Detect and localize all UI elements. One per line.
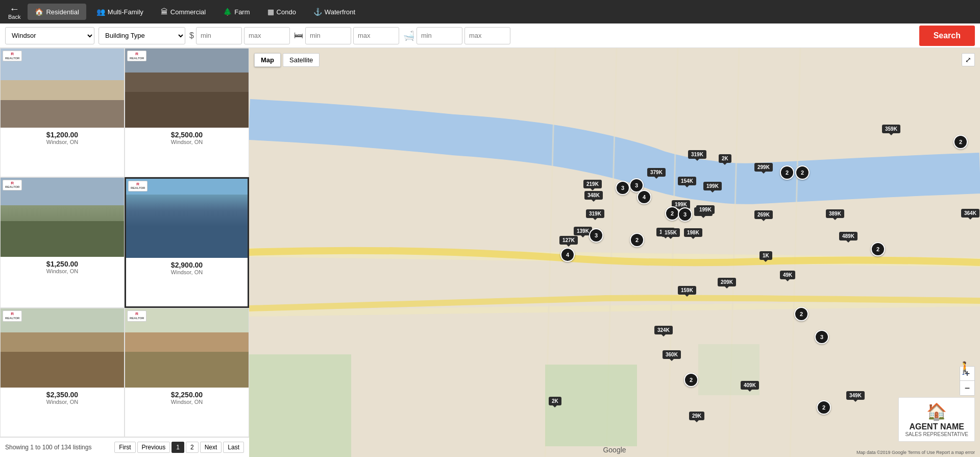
map-price-marker[interactable]: 199K xyxy=(703,182,722,190)
listing-card[interactable]: RREALTOR $2,500.00 Windsor, ON xyxy=(125,48,249,177)
tab-waterfront-label: Waterfront xyxy=(325,8,355,16)
map-price-marker[interactable]: 359K xyxy=(882,125,900,133)
next-page-button[interactable]: Next xyxy=(200,442,222,453)
listing-card[interactable]: RREALTOR $1,250.00 Windsor, ON xyxy=(0,177,125,308)
map-price-marker[interactable]: 2K xyxy=(719,154,731,163)
price-label: 1K xyxy=(760,251,772,260)
bed-min-input[interactable] xyxy=(305,27,351,44)
svg-rect-8 xyxy=(249,354,351,457)
price-filter-group: $ xyxy=(189,27,290,44)
map-price-marker[interactable]: 219K xyxy=(583,180,602,188)
map-price-marker[interactable]: 489K xyxy=(839,232,857,240)
tab-multifamily[interactable]: 👥 Multi-Family xyxy=(89,4,151,20)
map-price-marker[interactable]: 379K xyxy=(647,168,666,177)
map-price-marker[interactable]: 319K xyxy=(688,150,706,159)
map-cluster-marker[interactable]: 2 xyxy=(684,373,698,387)
cluster-count: 3 xyxy=(815,330,829,344)
map-price-marker[interactable]: 199K xyxy=(696,205,715,214)
map-cluster-marker[interactable]: 2 xyxy=(794,307,808,321)
cluster-count: 2 xyxy=(794,307,808,321)
city-select[interactable]: Windsor Toronto Ottawa xyxy=(5,27,94,44)
map-price-marker[interactable]: 155K xyxy=(662,228,680,237)
map-cluster-marker[interactable]: 4 xyxy=(560,248,575,262)
listing-image: RREALTOR xyxy=(1,49,124,128)
cluster-count: 2 xyxy=(953,135,968,149)
bed-max-input[interactable] xyxy=(353,27,399,44)
back-button[interactable]: ← Back xyxy=(4,2,24,22)
map-price-marker[interactable]: 154K xyxy=(678,177,696,185)
map-cluster-marker[interactable]: 3 xyxy=(815,330,829,344)
map-cluster-marker[interactable]: 4 xyxy=(637,190,651,204)
price-max-input[interactable] xyxy=(244,27,290,44)
map-cluster-marker[interactable]: 3 xyxy=(678,207,692,222)
map-price-marker[interactable]: 324K xyxy=(654,326,673,334)
price-min-input[interactable] xyxy=(196,27,242,44)
map-price-marker[interactable]: 127K xyxy=(559,236,578,245)
map-price-marker[interactable]: 348K xyxy=(584,191,603,200)
building-type-select[interactable]: Building Type House Townhouse Apartment … xyxy=(99,27,185,44)
map-price-marker[interactable]: 269K xyxy=(754,210,773,219)
tab-residential[interactable]: 🏠 Residential xyxy=(28,4,86,20)
first-page-button[interactable]: First xyxy=(114,442,135,453)
listing-card[interactable]: RREALTOR $2,900.00 Windsor, ON xyxy=(125,177,249,308)
price-label: 489K xyxy=(839,232,857,240)
page-1-button[interactable]: 1 xyxy=(172,442,184,453)
map-cluster-marker[interactable]: 2 xyxy=(817,400,831,415)
map-price-marker[interactable]: 409K xyxy=(741,381,759,390)
zoom-out-button[interactable]: − xyxy=(960,381,974,395)
listing-info: $1,200.00 Windsor, ON xyxy=(1,128,124,149)
price-label: 269K xyxy=(754,210,773,219)
map-price-marker[interactable]: 2K xyxy=(549,397,561,405)
google-watermark: Google xyxy=(603,446,626,454)
anchor-icon: ⚓ xyxy=(313,8,322,16)
search-button[interactable]: Search xyxy=(919,26,975,46)
listing-image: RREALTOR xyxy=(1,178,124,257)
map-cluster-marker[interactable]: 2 xyxy=(871,242,885,256)
last-page-button[interactable]: Last xyxy=(223,442,244,453)
bath-max-input[interactable] xyxy=(464,27,510,44)
satellite-view-button[interactable]: Satellite xyxy=(283,53,320,67)
condo-icon: ▦ xyxy=(267,8,274,16)
map-cluster-marker[interactable]: 3 xyxy=(589,228,603,243)
listing-price: $2,250.00 xyxy=(129,391,244,399)
street-view-icon[interactable]: 🚶 xyxy=(958,361,973,375)
map-view-button[interactable]: Map xyxy=(254,53,281,67)
map-price-marker[interactable]: 198K xyxy=(684,228,702,237)
map-price-marker[interactable]: 349K xyxy=(846,391,865,400)
listing-card[interactable]: RREALTOR $2,250.00 Windsor, ON xyxy=(125,308,249,437)
listing-info: $2,500.00 Windsor, ON xyxy=(125,128,249,149)
map-price-marker[interactable]: 364K xyxy=(961,209,979,218)
tab-farm[interactable]: 🌲 Farm xyxy=(216,4,257,20)
cluster-count: 3 xyxy=(678,207,692,222)
bath-min-input[interactable] xyxy=(416,27,462,44)
listing-card[interactable]: RREALTOR $2,350.00 Windsor, ON xyxy=(0,308,125,437)
tab-waterfront[interactable]: ⚓ Waterfront xyxy=(306,4,362,20)
map-cluster-marker[interactable]: 2 xyxy=(795,165,810,180)
map-price-marker[interactable]: 360K xyxy=(663,350,681,359)
map-cluster-marker[interactable]: 2 xyxy=(630,233,644,247)
map-price-marker[interactable]: 319K xyxy=(586,209,604,218)
map-cluster-marker[interactable]: 2 xyxy=(953,135,968,149)
listing-image: RREALTOR xyxy=(126,179,248,258)
map-expand-button[interactable]: ⤢ xyxy=(962,53,975,66)
map-price-marker[interactable]: 159K xyxy=(678,286,696,295)
map-cluster-marker[interactable]: 2 xyxy=(780,165,794,180)
map-price-marker[interactable]: 389K xyxy=(826,209,844,218)
map-price-marker[interactable]: 299K xyxy=(754,163,773,172)
map-price-marker[interactable]: 29K xyxy=(689,412,704,420)
map-price-marker[interactable]: 49K xyxy=(780,271,795,279)
map-cluster-marker[interactable]: 3 xyxy=(616,181,630,195)
listing-price: $1,250.00 xyxy=(5,260,120,268)
map-cluster-marker[interactable]: 2 xyxy=(665,206,679,221)
tab-condo[interactable]: ▦ Condo xyxy=(260,4,303,20)
map-price-marker[interactable]: 209K xyxy=(718,278,736,286)
page-2-button[interactable]: 2 xyxy=(186,442,199,453)
commercial-icon: 🏛 xyxy=(161,8,168,16)
cluster-count: 4 xyxy=(560,248,575,262)
previous-page-button[interactable]: Previous xyxy=(137,442,170,453)
map-price-marker[interactable]: 1K xyxy=(760,251,772,260)
tab-commercial[interactable]: 🏛 Commercial xyxy=(154,4,213,20)
price-label: 348K xyxy=(584,191,603,200)
price-label: 349K xyxy=(846,391,865,400)
listing-card[interactable]: RREALTOR $1,200.00 Windsor, ON xyxy=(0,48,125,177)
